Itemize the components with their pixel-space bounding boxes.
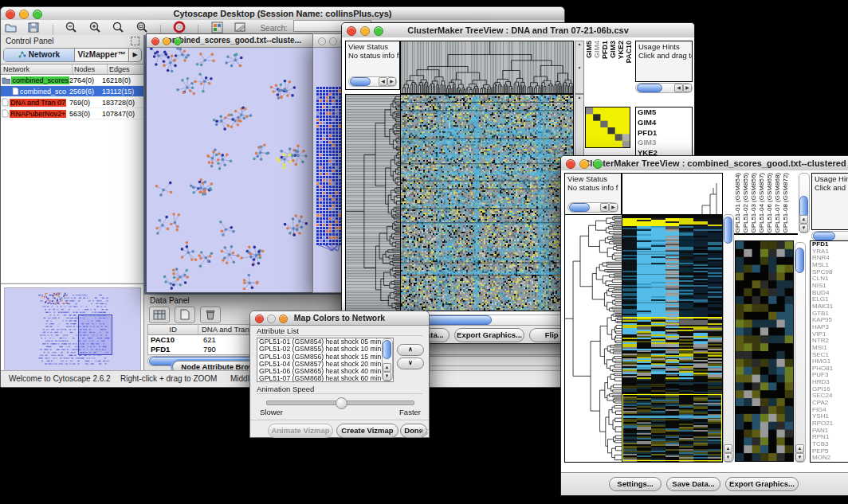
open-folder-icon[interactable] <box>4 21 18 34</box>
new-attribute-icon[interactable] <box>175 307 195 323</box>
row-dendrogram-canvas[interactable] <box>345 94 402 311</box>
network-overview[interactable] <box>1 283 143 372</box>
slider-thumb[interactable] <box>336 397 347 409</box>
minimize-button[interactable] <box>579 159 589 169</box>
overview-canvas[interactable] <box>5 288 139 369</box>
scroll-down-icon[interactable]: ▼ <box>795 453 804 462</box>
selection-zoom-canvas[interactable] <box>735 240 794 462</box>
scroll-down-icon[interactable]: ▼ <box>724 453 732 462</box>
export-graphics-button[interactable]: Export Graphics... <box>725 477 799 491</box>
create-vizmap-button[interactable]: Create Vizmap <box>336 424 398 438</box>
network-view-title-bar[interactable]: combined_scores_good.txt--cluste... <box>147 34 317 48</box>
scroll-up-icon[interactable]: ▲ <box>383 363 391 372</box>
data-col-id[interactable]: ID <box>148 325 198 334</box>
close-button[interactable] <box>255 315 264 323</box>
network-view-title: combined_scores_good.txt--cluste... <box>163 36 301 45</box>
zoom-button[interactable] <box>33 10 42 19</box>
zoom-button[interactable] <box>593 159 603 169</box>
main-title-bar[interactable]: Cytoscape Desktop (Session Name: collins… <box>1 7 564 21</box>
labels-vscrollbar[interactable]: ▲ ▼ <box>799 173 810 233</box>
attribute-list-scrollbar[interactable]: ▲ ▼ <box>382 338 393 381</box>
scroll-down-icon[interactable]: ▼ <box>383 372 391 381</box>
col-nodes[interactable]: Nodes <box>73 64 108 74</box>
save-icon[interactable] <box>27 21 41 34</box>
scroll-up-icon[interactable]: ▲ <box>724 444 732 453</box>
zoom-selected-icon[interactable] <box>112 21 125 34</box>
close-button[interactable] <box>566 159 575 169</box>
zoom-button[interactable] <box>374 26 383 36</box>
zoom-button[interactable] <box>174 37 182 45</box>
close-button[interactable] <box>6 10 15 19</box>
vizmapper-icon[interactable] <box>210 21 224 34</box>
tab-network[interactable]: Network <box>4 49 75 61</box>
zoom-in-icon[interactable] <box>88 21 102 34</box>
column-label: GPL51-04 (GSM857) <box>758 173 766 233</box>
heatmap-canvas[interactable] <box>400 94 574 311</box>
help-lifebuoy-icon[interactable] <box>173 21 186 34</box>
scroll-right-icon[interactable]: ▶ <box>683 84 692 92</box>
col-edges[interactable]: Edges <box>108 64 143 74</box>
genelist-vscrollbar[interactable]: ▲ ▼ <box>795 242 806 463</box>
scroll-left-icon[interactable]: ◀ <box>600 203 609 212</box>
network-row[interactable]: combined_scores 2764(0) 16218(0) <box>1 75 143 86</box>
selection-zoom-canvas[interactable] <box>585 107 630 148</box>
treeview1-title-bar[interactable]: ClusterMaker TreeView : DNA and Tran 07-… <box>342 23 694 38</box>
close-button[interactable] <box>347 26 356 36</box>
scroll-down-icon[interactable]: ▼ <box>799 224 808 232</box>
network-row[interactable]: DNA and Tran 07 769(0) 183728(0) <box>1 97 143 108</box>
close-button[interactable] <box>318 37 326 45</box>
zoom-button[interactable] <box>279 315 288 323</box>
gene-label[interactable]: GIM3 <box>636 138 692 148</box>
scroll-left-icon[interactable]: ◀ <box>379 77 387 86</box>
column-dendrogram-canvas[interactable] <box>400 41 574 94</box>
zoom-out-icon[interactable] <box>65 21 78 34</box>
heatmap-canvas[interactable] <box>622 214 723 463</box>
column-dendrogram-canvas[interactable] <box>622 173 723 216</box>
view-status-scrollbar[interactable]: ◀ ▶ <box>348 76 397 87</box>
treeview2-gene-list[interactable]: PFD1YRA1RNR4MSL1SPC98CLN1NIS1BUD4ELG1MAK… <box>810 240 848 463</box>
gene-label[interactable]: MON2 <box>811 455 848 462</box>
export-graphics-button[interactable]: Export Graphics... <box>454 328 524 342</box>
heatmap-vscrollbar[interactable]: ▲ ▼ <box>723 214 734 463</box>
minimize-button[interactable] <box>329 37 337 45</box>
network-row[interactable]: RNAPuberNov2+ 563(0) 107847(0) <box>1 108 143 119</box>
tab-overflow-arrow[interactable]: ▶ <box>129 49 141 61</box>
table-mode-icon[interactable] <box>149 307 170 323</box>
network-canvas[interactable] <box>147 48 315 290</box>
view-status-text: No status info f <box>565 182 621 193</box>
scroll-up-icon[interactable]: ▲ <box>799 215 808 224</box>
minimize-button[interactable] <box>360 26 370 36</box>
save-data-button[interactable]: Save Data... <box>666 477 720 491</box>
animation-speed-slider[interactable] <box>266 400 414 405</box>
dialog-title-bar[interactable]: Map Colors to Network <box>250 311 429 326</box>
col-network[interactable]: Network <box>1 64 73 74</box>
tab-vizmapper[interactable]: VizMapper™ <box>75 49 129 61</box>
treeview2-title-bar[interactable]: ClusterMaker TreeView : combined_scores_… <box>561 156 848 171</box>
close-button[interactable] <box>151 37 159 45</box>
gene-label[interactable]: GIM5 <box>636 107 692 118</box>
gene-label[interactable]: PFD1 <box>636 128 692 139</box>
scroll-up-icon[interactable]: ▲ <box>795 444 804 453</box>
float-panel-icon[interactable] <box>131 37 139 45</box>
row-dendrogram-canvas[interactable] <box>564 214 622 463</box>
view-status-scrollbar[interactable]: ◀ ▶ <box>567 202 618 213</box>
minimize-button[interactable] <box>163 37 171 45</box>
gene-label[interactable]: GIM4 <box>636 118 692 128</box>
column-scroll-strip[interactable]: ▲▼ <box>575 41 584 94</box>
delete-attribute-icon[interactable] <box>200 307 221 323</box>
move-down-button[interactable]: ∨ <box>397 357 424 369</box>
annotation-icon[interactable] <box>234 21 247 34</box>
resize-grip[interactable] <box>419 428 428 436</box>
attribute-list[interactable]: GPL51-01 (GSM854) heat shock 05 minGPL51… <box>257 338 394 382</box>
network-row-selected[interactable]: combined_sco 2569(6) 13112(15) <box>1 86 143 97</box>
zoom-fit-icon[interactable] <box>135 21 149 34</box>
move-up-button[interactable]: ∧ <box>397 344 424 356</box>
attribute-item[interactable]: GPL51-07 (GSM868) heat shock 60 min <box>257 375 393 382</box>
usage-hints-scrollbar[interactable]: ◀ ▶ <box>635 83 693 93</box>
settings-button[interactable]: Settings... <box>609 477 662 491</box>
scroll-left-icon[interactable]: ◀ <box>674 84 683 92</box>
minimize-button[interactable] <box>19 10 29 19</box>
scroll-right-icon[interactable]: ▶ <box>387 77 396 86</box>
usage-hints-panel: Usage Hints Click and drag to <box>635 41 693 82</box>
scroll-right-icon[interactable]: ▶ <box>609 203 618 212</box>
